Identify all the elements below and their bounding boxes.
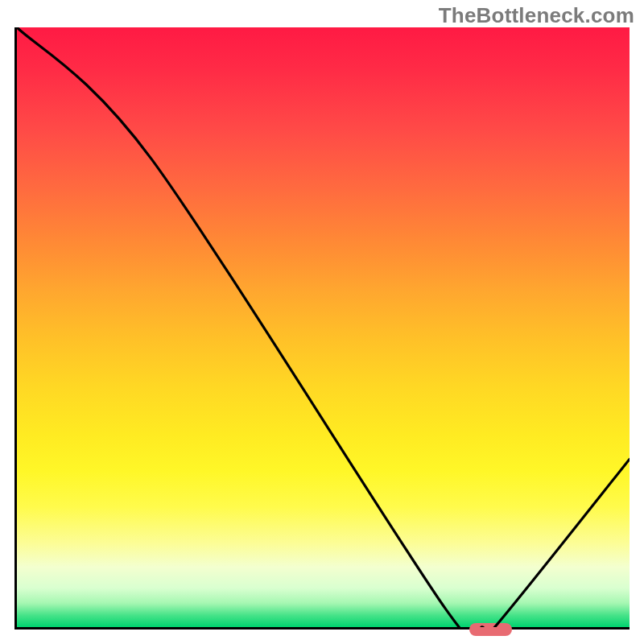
curve-path: [17, 27, 630, 627]
chart-container: TheBottleneck.com: [0, 0, 644, 644]
bottleneck-curve: [17, 27, 630, 627]
watermark-text: TheBottleneck.com: [439, 3, 634, 28]
plot-area: [14, 27, 630, 630]
